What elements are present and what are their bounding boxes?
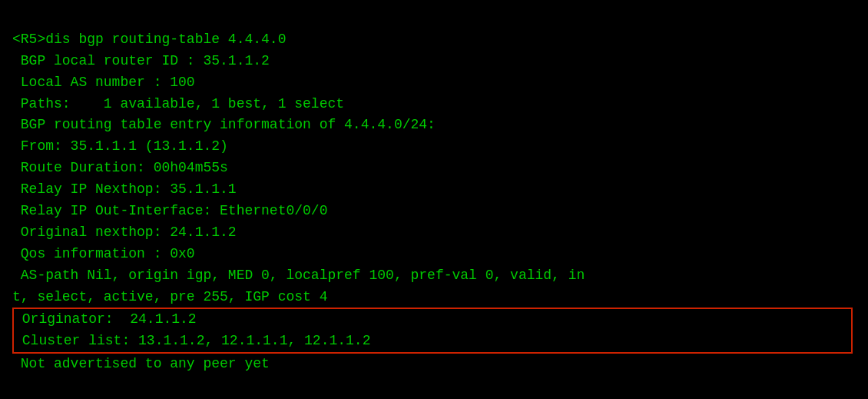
terminal-line-bgp-id: BGP local router ID : 35.1.1.2 bbox=[12, 51, 856, 72]
terminal-line-from: From: 35.1.1.1 (13.1.1.2) bbox=[12, 136, 856, 158]
terminal-line-not-advertised: Not advertised to any peer yet bbox=[12, 354, 856, 375]
terminal-line-paths: Paths: 1 available, 1 best, 1 select bbox=[12, 94, 856, 115]
terminal-line-relay-nexthop: Relay IP Nexthop: 35.1.1.1 bbox=[12, 179, 856, 201]
terminal-line-duration: Route Duration: 00h04m55s bbox=[12, 158, 856, 179]
terminal-line-local-as: Local AS number : 100 bbox=[12, 72, 856, 94]
terminal-output: <R5>dis bgp routing-table 4.4.4.0 BGP lo… bbox=[12, 8, 856, 375]
terminal-line-as-path2: t, select, active, pre 255, IGP cost 4 bbox=[12, 287, 856, 308]
terminal-line-as-path: AS-path Nil, origin igp, MED 0, localpre… bbox=[12, 265, 856, 287]
terminal-line-routing-entry: BGP routing table entry information of 4… bbox=[12, 115, 856, 136]
terminal-line-cluster: Cluster list: 13.1.1.2, 12.1.1.1, 12.1.1… bbox=[14, 331, 851, 352]
terminal-line-qos: Qos information : 0x0 bbox=[12, 244, 856, 265]
terminal-line-original-nexthop: Original nexthop: 24.1.1.2 bbox=[12, 222, 856, 244]
terminal-line-originator: Originator: 24.1.1.2 bbox=[14, 309, 851, 331]
terminal-line-cmd: <R5>dis bgp routing-table 4.4.4.0 bbox=[12, 29, 856, 51]
terminal-line-relay-out: Relay IP Out-Interface: Ethernet0/0/0 bbox=[12, 201, 856, 222]
